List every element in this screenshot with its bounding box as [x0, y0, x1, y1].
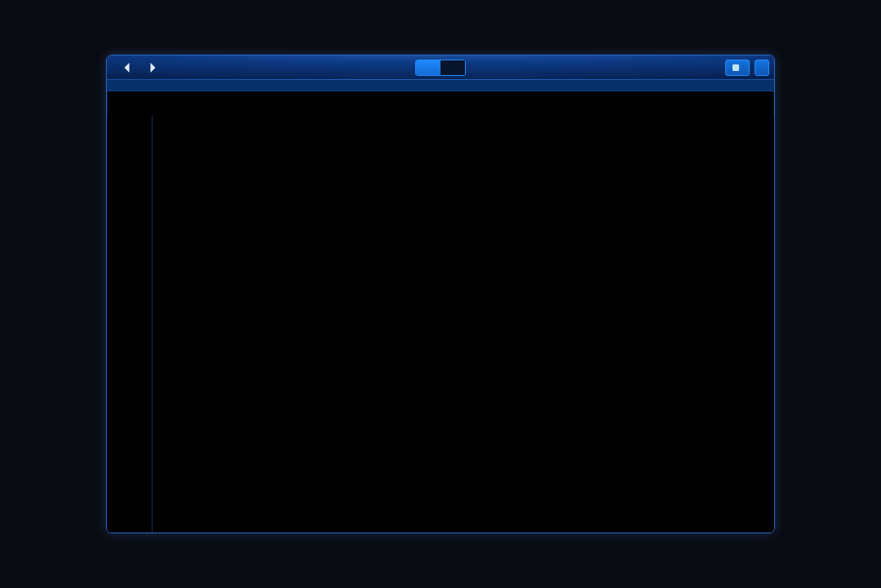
- view-month-tab[interactable]: [440, 60, 465, 75]
- stop-icon: [733, 64, 739, 71]
- manual-trigger-button[interactable]: [755, 60, 769, 76]
- chevron-right-icon: [148, 62, 157, 73]
- time-axis-column: [107, 116, 153, 533]
- date-cells-row: [107, 91, 774, 116]
- weekday-header-row: [107, 80, 774, 91]
- stop-auto-plan-button[interactable]: [725, 60, 750, 76]
- toolbar: [107, 55, 774, 80]
- view-toggle: [415, 60, 466, 76]
- calendar-body: [107, 116, 774, 533]
- view-day-tab[interactable]: [416, 60, 440, 75]
- toolbar-right-group: [725, 60, 769, 76]
- prev-week-button[interactable]: [120, 60, 133, 75]
- schedule-grid[interactable]: [153, 116, 774, 533]
- next-week-button[interactable]: [146, 60, 159, 75]
- calendar-panel: [106, 55, 775, 533]
- chevron-left-icon: [122, 62, 131, 73]
